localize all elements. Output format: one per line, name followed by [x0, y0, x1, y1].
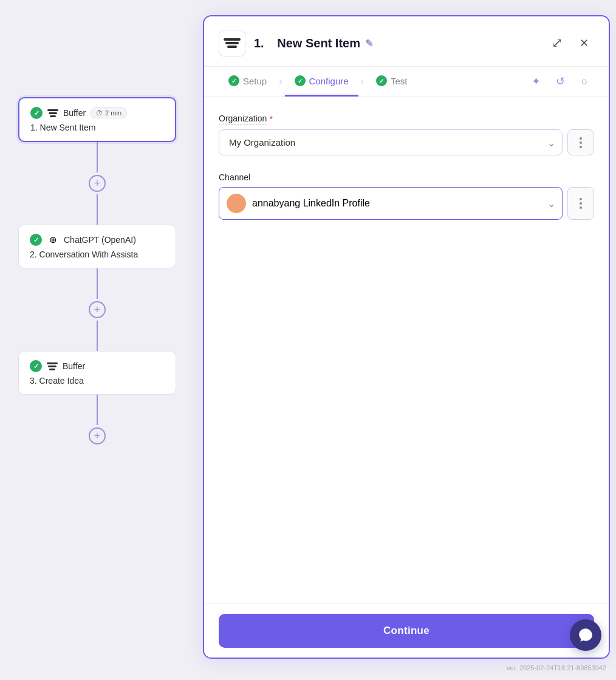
tab-configure-label: Configure — [309, 76, 349, 86]
organization-more-dots — [580, 137, 582, 148]
workflow-canvas: Buffer 2 min 1. New Sent Item + ⊕ ChatGP… — [0, 0, 194, 680]
organization-select-row: My Organization ⌄ — [219, 129, 594, 155]
edit-title-icon[interactable]: ✎ — [365, 38, 373, 49]
modal-actions: ⤢ ✕ — [547, 33, 594, 53]
workflow-node-1[interactable]: Buffer 2 min 1. New Sent Item — [18, 97, 176, 142]
workflow-node-3[interactable]: Buffer 3. Create Idea — [18, 351, 176, 395]
organization-label: Organization * — [219, 114, 594, 124]
channel-select-wrapper: annabyang LinkedIn Profile ⌄ — [219, 187, 563, 220]
close-button[interactable]: ✕ — [573, 33, 594, 53]
node-3-app-label: Buffer — [63, 361, 85, 371]
add-step-button-2[interactable]: + — [89, 301, 106, 318]
expand-button[interactable]: ⤢ — [547, 33, 567, 53]
connector-2b — [97, 321, 98, 351]
version-text: ver. 2025-02-24T18:21-89853942 — [507, 664, 606, 672]
tab-setup-label: Setup — [243, 76, 267, 86]
continue-button[interactable]: Continue — [219, 614, 594, 648]
workflow-node-2[interactable]: ⊕ ChatGPT (OpenAI) 2. Conversation With … — [18, 225, 176, 268]
modal-header: 1. New Sent Item ✎ ⤢ ✕ — [204, 16, 609, 67]
modal-step-number: 1. — [254, 36, 264, 50]
node-1-app-label: Buffer — [63, 108, 86, 118]
buffer-icon-3 — [47, 362, 58, 370]
buffer-icon-1 — [47, 109, 58, 117]
channel-label-text: Channel — [219, 172, 250, 182]
node-2-title: 2. Conversation With Assista — [30, 250, 165, 259]
modal-tabs: ✓ Setup › ✓ Configure › ✓ Test ✦ ↺ ○ — [204, 67, 609, 97]
node-2-check-icon — [30, 234, 42, 246]
test-check-icon: ✓ — [376, 75, 387, 86]
modal-app-icon — [219, 30, 245, 56]
organization-select[interactable]: My Organization — [219, 129, 563, 155]
modal-footer: Continue — [204, 604, 609, 658]
configure-check-icon: ✓ — [295, 75, 306, 86]
organization-field-group: Organization * My Organization ⌄ — [219, 114, 594, 155]
connector-2 — [97, 268, 98, 299]
channel-select-row: annabyang LinkedIn Profile ⌄ — [219, 187, 594, 220]
connector-3 — [97, 395, 98, 425]
add-step-button-1[interactable]: + — [89, 175, 106, 192]
organization-label-text: Organization — [219, 114, 267, 124]
node-1-check-icon — [30, 107, 43, 119]
modal-title-area: 1. New Sent Item ✎ — [254, 36, 538, 50]
node-3-title: 3. Create Idea — [30, 376, 165, 386]
organization-required-star: * — [269, 114, 272, 124]
chatgpt-icon-2: ⊕ — [47, 234, 59, 246]
channel-select-control[interactable]: annabyang LinkedIn Profile — [219, 187, 563, 220]
channel-more-button[interactable] — [567, 187, 594, 220]
sparkle-icon[interactable]: ✦ — [526, 72, 546, 91]
channel-avatar — [227, 194, 246, 213]
channel-value-text: annabyang LinkedIn Profile — [252, 198, 370, 209]
node-2-app-label: ChatGPT (OpenAI) — [64, 235, 136, 245]
channel-more-dots — [580, 198, 582, 209]
tab-test[interactable]: ✓ Test — [366, 67, 417, 97]
organization-select-wrapper: My Organization ⌄ — [219, 129, 563, 155]
node-1-time-badge: 2 min — [91, 107, 127, 118]
channel-field-group: Channel annabyang LinkedIn Profile ⌄ — [219, 172, 594, 220]
connector-1b — [97, 194, 98, 225]
tab-configure[interactable]: ✓ Configure — [285, 67, 358, 97]
node-1-badge-label: 2 min — [105, 109, 121, 117]
channel-label: Channel — [219, 172, 594, 182]
node-3-check-icon — [30, 360, 42, 372]
chat-bubble-button[interactable] — [570, 619, 601, 651]
tab-test-label: Test — [391, 76, 408, 86]
tab-sep-1: › — [276, 76, 284, 87]
modal-body: Organization * My Organization ⌄ — [204, 97, 609, 604]
setup-check-icon: ✓ — [228, 75, 239, 86]
modal-title-text: New Sent Item — [277, 36, 360, 50]
tab-sep-2: › — [358, 76, 366, 87]
organization-more-button[interactable] — [567, 129, 594, 155]
tab-tools: ✦ ↺ ○ — [526, 72, 594, 91]
chat-icon — [578, 627, 594, 643]
tab-setup[interactable]: ✓ Setup — [219, 67, 276, 97]
node-1-title: 1. New Sent Item — [30, 123, 164, 132]
connector-1 — [97, 142, 98, 172]
channel-select-arrow: ⌄ — [547, 198, 555, 209]
modal-panel: 1. New Sent Item ✎ ⤢ ✕ ✓ Setup › ✓ Confi… — [203, 15, 610, 659]
search-circle-icon[interactable]: ○ — [575, 72, 594, 91]
add-step-button-3[interactable]: + — [89, 427, 106, 444]
reset-icon[interactable]: ↺ — [550, 72, 570, 91]
